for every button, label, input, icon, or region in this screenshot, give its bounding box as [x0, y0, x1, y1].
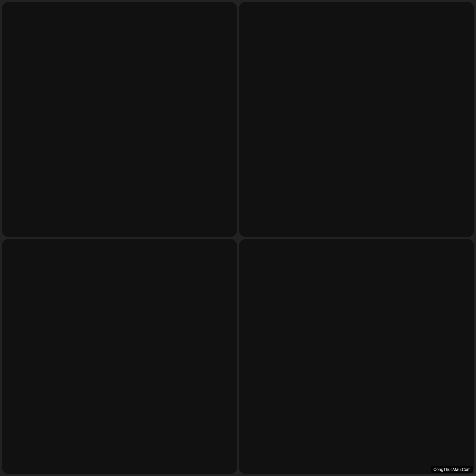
panel-bottom-left: [2, 239, 237, 474]
watermark: CongThucMau.Com: [431, 466, 473, 473]
panel-top-right: [239, 2, 474, 237]
panel-bottom-right: [239, 239, 474, 474]
panel-top-left: [2, 2, 237, 237]
